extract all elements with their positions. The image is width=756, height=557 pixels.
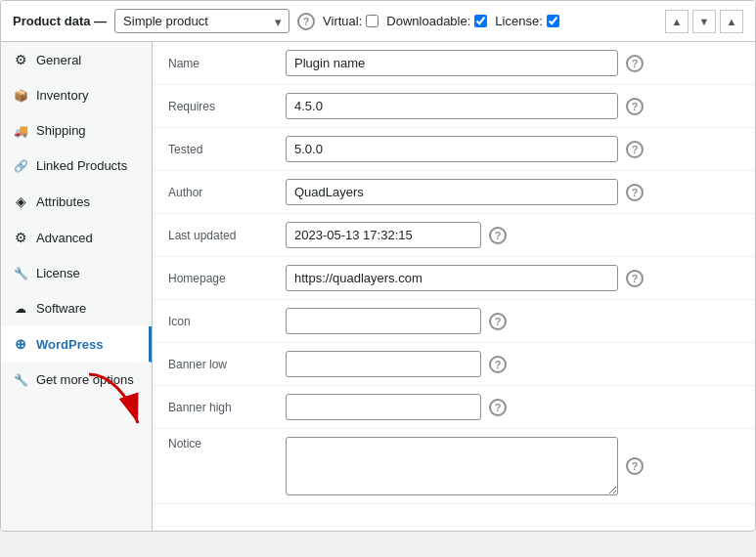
product-data-panel: Product data — Simple product Grouped pr…	[0, 0, 756, 532]
sidebar-item-linked-products-label: Linked Products	[36, 158, 127, 173]
sidebar-item-license[interactable]: 🔧 License	[1, 256, 152, 291]
product-data-label: Product data —	[13, 14, 107, 28]
notice-help-icon[interactable]: ?	[626, 457, 644, 475]
notice-field: ?	[286, 437, 739, 495]
shipping-icon: 🚚	[13, 124, 28, 138]
icon-input[interactable]	[286, 308, 481, 334]
form-row-last-updated: Last updated ?	[153, 214, 755, 257]
sidebar-item-software-label: Software	[36, 301, 86, 316]
last-updated-field: ?	[286, 222, 739, 248]
homepage-help-icon[interactable]: ?	[626, 270, 644, 287]
form-row-tested: Tested ?	[153, 128, 755, 171]
virtual-checkbox[interactable]	[366, 15, 378, 27]
sidebar-item-software[interactable]: ☁ Software	[1, 291, 152, 326]
notice-label: Notice	[168, 437, 286, 450]
sidebar-item-shipping[interactable]: 🚚 Shipping	[1, 113, 152, 149]
requires-help-icon[interactable]: ?	[626, 98, 644, 115]
last-updated-label: Last updated	[168, 229, 286, 242]
downloadable-checkbox-group: Downloadable:	[386, 14, 487, 28]
license-label: License:	[495, 14, 542, 28]
banner-high-field: ?	[286, 394, 739, 420]
banner-high-help-icon[interactable]: ?	[489, 399, 507, 416]
last-updated-help-icon[interactable]: ?	[489, 227, 507, 244]
attributes-icon: ◈	[13, 193, 28, 209]
form-row-homepage: Homepage ?	[153, 257, 755, 300]
downloadable-checkbox[interactable]	[474, 15, 487, 27]
sidebar-item-wordpress-label: WordPress	[36, 337, 103, 352]
requires-field: ?	[286, 93, 739, 119]
sidebar-item-inventory[interactable]: 📦 Inventory	[1, 78, 152, 113]
sidebar-item-license-label: License	[36, 266, 80, 280]
icon-field: ?	[286, 308, 739, 334]
last-updated-input[interactable]	[286, 222, 481, 248]
form-row-author: Author ?	[153, 171, 755, 214]
sidebar-item-get-more-options[interactable]: 🔧 Get more options	[1, 363, 152, 398]
name-help-icon[interactable]: ?	[626, 55, 644, 72]
wordpress-icon: ⊕	[13, 336, 28, 352]
sidebar-item-shipping-label: Shipping	[36, 123, 86, 138]
license-checkbox[interactable]	[547, 15, 559, 27]
linked-products-icon: 🔗	[13, 159, 28, 173]
product-data-body: ⚙ General 📦 Inventory 🚚 Shipping 🔗 Linke…	[1, 42, 755, 531]
nav-up-button[interactable]: ▲	[665, 10, 689, 33]
sidebar-item-general-label: General	[36, 53, 81, 67]
sidebar-item-general[interactable]: ⚙ General	[1, 42, 152, 78]
sidebar-item-linked-products[interactable]: 🔗 Linked Products	[1, 149, 152, 184]
nav-down-button[interactable]: ▼	[692, 10, 716, 33]
tested-label: Tested	[168, 143, 286, 156]
sidebar-item-attributes-label: Attributes	[36, 194, 90, 209]
banner-low-label: Banner low	[168, 358, 286, 371]
form-row-icon: Icon ?	[153, 300, 755, 343]
sidebar-item-advanced-label: Advanced	[36, 231, 93, 245]
tested-help-icon[interactable]: ?	[626, 141, 644, 158]
form-row-notice: Notice ?	[153, 429, 755, 504]
author-field: ?	[286, 179, 739, 205]
license-icon: 🔧	[13, 267, 28, 280]
product-data-main: Name ? Requires ? Tested ?	[153, 42, 755, 531]
name-field: ?	[286, 50, 739, 76]
software-icon: ☁	[13, 302, 28, 316]
header-nav-buttons: ▲ ▼ ▲	[665, 10, 743, 33]
requires-label: Requires	[168, 100, 286, 113]
icon-label: Icon	[168, 315, 286, 328]
product-data-sidebar: ⚙ General 📦 Inventory 🚚 Shipping 🔗 Linke…	[1, 42, 153, 531]
license-checkbox-group: License:	[495, 14, 558, 28]
homepage-field: ?	[286, 265, 739, 291]
nav-expand-button[interactable]: ▲	[720, 10, 743, 33]
banner-high-label: Banner high	[168, 401, 286, 414]
product-type-help-icon[interactable]: ?	[297, 13, 315, 30]
author-input[interactable]	[286, 179, 618, 205]
advanced-icon: ⚙	[13, 230, 28, 245]
name-input[interactable]	[286, 50, 618, 76]
get-more-options-icon: 🔧	[13, 373, 28, 387]
homepage-input[interactable]	[286, 265, 618, 291]
requires-input[interactable]	[286, 93, 618, 119]
sidebar-item-attributes[interactable]: ◈ Attributes	[1, 184, 152, 220]
product-type-select[interactable]: Simple product Grouped product External/…	[114, 9, 289, 33]
product-type-wrapper: Simple product Grouped product External/…	[114, 9, 289, 33]
author-help-icon[interactable]: ?	[626, 184, 644, 201]
sidebar-item-wordpress[interactable]: ⊕ WordPress	[1, 326, 152, 363]
virtual-label: Virtual:	[323, 14, 362, 28]
product-data-header: Product data — Simple product Grouped pr…	[1, 1, 755, 42]
sidebar-item-get-more-options-label: Get more options	[36, 372, 134, 387]
form-row-banner-high: Banner high ?	[153, 386, 755, 429]
tested-input[interactable]	[286, 136, 618, 162]
form-row-requires: Requires ?	[153, 85, 755, 128]
form-row-name: Name ?	[153, 42, 755, 85]
banner-low-field: ?	[286, 351, 739, 377]
notice-textarea[interactable]	[286, 437, 618, 495]
sidebar-item-inventory-label: Inventory	[36, 88, 88, 103]
general-icon: ⚙	[13, 52, 28, 67]
downloadable-label: Downloadable:	[386, 14, 470, 28]
banner-low-input[interactable]	[286, 351, 481, 377]
form-row-banner-low: Banner low ?	[153, 343, 755, 386]
banner-low-help-icon[interactable]: ?	[489, 356, 507, 373]
homepage-label: Homepage	[168, 272, 286, 285]
sidebar-item-advanced[interactable]: ⚙ Advanced	[1, 220, 152, 256]
name-label: Name	[168, 57, 286, 70]
author-label: Author	[168, 186, 286, 199]
banner-high-input[interactable]	[286, 394, 481, 420]
tested-field: ?	[286, 136, 739, 162]
icon-help-icon[interactable]: ?	[489, 313, 507, 330]
